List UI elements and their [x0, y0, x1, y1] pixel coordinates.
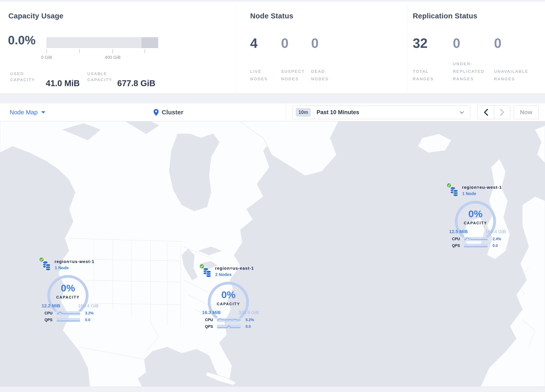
capacity-usage-title: Capacity Usage: [8, 12, 63, 20]
region-capacity-percent: 0%: [454, 208, 496, 219]
cpu-label: CPU: [452, 237, 464, 241]
region-name: region=us-east-1: [215, 266, 254, 271]
database-stack-icon: [203, 268, 212, 278]
under-replicated-value: 0: [453, 36, 460, 51]
region-qps-row: QPS 0.0: [452, 243, 498, 248]
axis-tick-label: 0 GiB: [41, 55, 52, 60]
cluster-overview-page: Capacity Usage 0.0% 0 GiB 400 GiB USEDCA…: [0, 0, 545, 392]
capacity-percent: 0.0%: [8, 33, 36, 47]
unavailable-ranges-label: UNAVAILABLERANGES: [494, 68, 528, 83]
region-nodes-link[interactable]: 2 Nodes: [215, 272, 232, 277]
region-cpu-row: CPU 5.2%: [205, 318, 254, 322]
region-capacity-label: CAPACITY: [47, 295, 89, 300]
unavailable-ranges-value: 0: [494, 36, 502, 51]
qps-sparkline: [464, 244, 488, 248]
region-capacity-values: 16.3 MiB 338.9 GiB: [202, 310, 259, 315]
qps-sparkline: [57, 318, 80, 322]
qps-label: QPS: [44, 318, 57, 322]
axis-tick: [112, 49, 113, 53]
used-capacity-value: 41.0 MiB: [46, 79, 80, 88]
cpu-value: 2.4%: [493, 237, 501, 241]
suspect-nodes-label: SUSPECTNODES: [281, 68, 305, 83]
region-capacity-label: CAPACITY: [208, 302, 249, 306]
replication-status-panel: Replication Status 32 0 0 TOTALRANGES UN…: [408, 2, 545, 93]
cpu-label: CPU: [44, 311, 57, 316]
qps-sparkline: [217, 325, 241, 329]
region-marker-us-west-1: region=us-west-1 1 Node 0% CAPACITY 12.2…: [39, 257, 101, 326]
region-marker-us-east-1: region=us-east-1 2 Nodes 0% CAPACITY 16.…: [199, 263, 262, 332]
page-footer-strip: [0, 386, 545, 392]
total-ranges-label: TOTALRANGES: [413, 68, 434, 83]
capacity-bar-nonusable-segment: [142, 37, 158, 48]
region-capacity-values: 12.2 MiB 169.4 GiB: [42, 303, 99, 309]
view-selector-dropdown[interactable]: Node Map: [10, 104, 45, 121]
region-capacity-values: 12.5 MiB 169.4 GiB: [449, 229, 506, 234]
cpu-value: 3.2%: [85, 311, 94, 316]
view-selector-label: Node Map: [10, 109, 38, 116]
database-stack-icon: [43, 261, 51, 271]
map-pin-icon: [154, 109, 159, 116]
chevron-down-icon: [459, 111, 464, 114]
toolbar-divider: [286, 104, 286, 121]
node-status-panel: Node Status 4 0 0 LIVENODES SUSPECTNODES…: [236, 2, 408, 93]
region-nodes-link[interactable]: 1 Node: [462, 191, 476, 196]
axis-tick: [46, 49, 47, 53]
time-forward-button[interactable]: [494, 106, 510, 119]
database-stack-icon: [450, 187, 459, 197]
chevron-down-icon: [41, 111, 45, 113]
under-replicated-label: UNDER-REPLICATEDRANGES: [453, 60, 485, 83]
node-status-title: Node Status: [250, 12, 293, 20]
region-qps-row: QPS 0.0: [205, 324, 251, 329]
breadcrumb[interactable]: Cluster: [154, 104, 183, 121]
replication-status-title: Replication Status: [413, 12, 477, 20]
live-nodes-label: LIVENODES: [250, 68, 268, 83]
time-range-label: Past 10 Minutes: [316, 109, 359, 116]
cluster-summary-bar: Capacity Usage 0.0% 0 GiB 400 GiB USEDCA…: [0, 2, 545, 93]
region-capacity-percent: 0%: [47, 282, 89, 294]
dead-nodes-value: 0: [311, 36, 319, 51]
total-ranges-value: 32: [413, 36, 427, 51]
usable-capacity-label: USABLECAPACITY: [87, 71, 112, 83]
region-nodes-link[interactable]: 1 Node: [55, 266, 69, 270]
world-map-graphic: [0, 121, 545, 386]
region-name: region=us-west-1: [55, 259, 94, 264]
cpu-value: 5.2%: [246, 318, 254, 322]
chevron-left-icon: [483, 109, 489, 116]
time-back-button[interactable]: [478, 106, 494, 119]
region-capacity-percent: 0%: [208, 289, 249, 300]
now-button[interactable]: Now: [514, 105, 539, 119]
region-usable-capacity: 338.9 GiB: [238, 310, 259, 315]
breadcrumb-label: Cluster: [162, 109, 183, 116]
suspect-nodes-value: 0: [281, 36, 289, 51]
time-range-badge: 10m: [296, 108, 311, 117]
qps-value: 0.0: [246, 324, 251, 329]
usable-capacity-value: 677.8 GiB: [117, 79, 155, 88]
region-marker-eu-west-1: region=eu-west-1 1 Node 0% CAPACITY 12.5…: [446, 182, 509, 251]
region-usable-capacity: 169.4 GiB: [78, 303, 99, 309]
live-nodes-value: 4: [250, 36, 258, 51]
capacity-usage-panel: Capacity Usage 0.0% 0 GiB 400 GiB USEDCA…: [0, 2, 236, 93]
time-step-control: [477, 105, 510, 119]
region-capacity-label: CAPACITY: [454, 221, 496, 225]
qps-value: 0.0: [85, 318, 90, 322]
time-range-dropdown[interactable]: 10m Past 10 Minutes: [292, 105, 470, 119]
region-cpu-row: CPU 2.4%: [452, 237, 501, 241]
cpu-sparkline: [57, 311, 80, 315]
cpu-label: CPU: [205, 318, 217, 322]
region-used-capacity: 16.3 MiB: [202, 310, 221, 315]
region-cpu-row: CPU 3.2%: [44, 311, 94, 316]
qps-value: 0.0: [493, 243, 498, 248]
region-qps-row: QPS 0.0: [44, 318, 90, 322]
used-capacity-label: USEDCAPACITY: [10, 71, 35, 83]
axis-tick: [145, 49, 145, 53]
qps-label: QPS: [452, 243, 464, 248]
node-map: region=us-west-1 1 Node 0% CAPACITY 12.2…: [0, 121, 545, 386]
chevron-right-icon: [499, 109, 505, 116]
dead-nodes-label: DEADNODES: [311, 68, 329, 83]
axis-tick: [79, 49, 80, 53]
map-toolbar: Node Map Cluster 10m Past 10 Minutes: [0, 104, 545, 121]
capacity-bar: [46, 37, 158, 48]
cpu-sparkline: [217, 318, 241, 322]
region-usable-capacity: 169.4 GiB: [485, 229, 506, 234]
region-name: region=eu-west-1: [462, 185, 502, 190]
